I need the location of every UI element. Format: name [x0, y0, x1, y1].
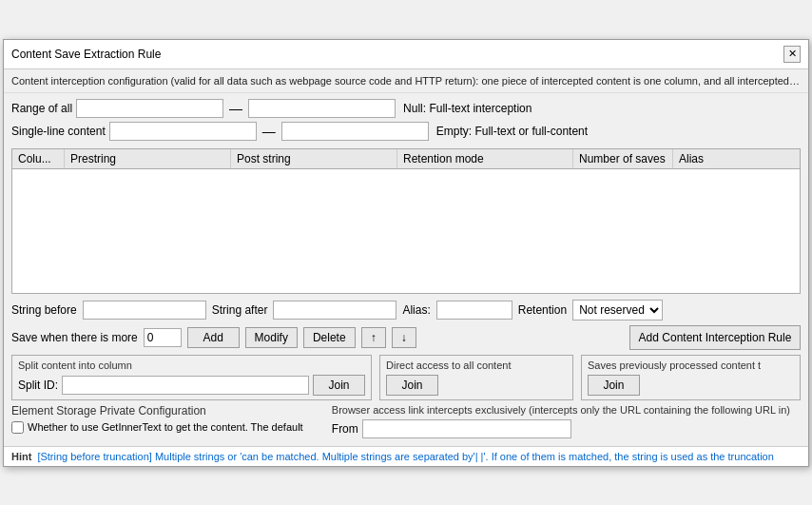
- save-when-label: Save when there is more: [11, 331, 138, 344]
- down-arrow-button[interactable]: ↓: [392, 327, 416, 348]
- table-body: [12, 169, 800, 293]
- direct-section: Direct access to all content Join: [379, 355, 573, 400]
- string-row: String before String after Alias: Retent…: [11, 300, 801, 320]
- hint-bar: Hint [String before truncation] Multiple…: [4, 446, 808, 466]
- single-input2[interactable]: [281, 122, 429, 141]
- range-input2[interactable]: [248, 99, 396, 118]
- bottom-section: String before String after Alias: Retent…: [4, 294, 808, 446]
- browser-title: Browser access link intercepts exclusive…: [332, 404, 801, 416]
- browser-section: Browser access link intercepts exclusive…: [332, 404, 801, 438]
- split-id-input[interactable]: [62, 376, 309, 395]
- col-header-ret: Retention mode: [397, 149, 573, 168]
- col-header-num: Number of saves: [573, 149, 673, 168]
- delete-button[interactable]: Delete: [303, 327, 356, 348]
- form-section: Range of all — Null: Full-text intercept…: [4, 93, 808, 148]
- direct-title: Direct access to all content: [386, 359, 567, 371]
- element-title: Element Storage Private Configuration: [11, 404, 324, 418]
- from-input[interactable]: [362, 419, 571, 438]
- retention-label: Retention: [518, 303, 567, 317]
- saves-join-button[interactable]: Join: [588, 375, 640, 396]
- range-label: Range of all: [11, 102, 72, 115]
- split-inner: Split ID: Join: [18, 375, 365, 396]
- single-input1[interactable]: [109, 122, 257, 141]
- table-header: Colu... Prestring Post string Retention …: [12, 149, 800, 169]
- alias-label: Alias:: [402, 303, 430, 317]
- range-input1[interactable]: [76, 99, 223, 118]
- add-rule-button[interactable]: Add Content Interception Rule: [629, 325, 801, 350]
- range-dash: —: [227, 101, 244, 116]
- saves-title: Saves previously processed content t: [588, 359, 794, 371]
- retention-select[interactable]: Not reserved Reserved: [572, 300, 663, 320]
- dialog: Content Save Extraction Rule ✕ Content i…: [3, 39, 809, 467]
- section-group: Split content into column Split ID: Join…: [11, 355, 801, 400]
- range-row: Range of all — Null: Full-text intercept…: [11, 99, 801, 118]
- hint-text: [String before truncation] Multiple stri…: [37, 451, 801, 462]
- saves-inner: Join: [588, 375, 794, 396]
- checkbox-label: Whether to use GetInnerText to get the c…: [28, 421, 303, 433]
- direct-inner: Join: [386, 375, 567, 396]
- hint-label: Hint: [11, 451, 31, 462]
- alias-input[interactable]: [436, 301, 512, 320]
- single-label: Single-line content: [11, 125, 106, 138]
- saves-section: Saves previously processed content t Joi…: [581, 355, 801, 400]
- data-table: Colu... Prestring Post string Retention …: [11, 148, 801, 294]
- col-header-alias: Alias: [673, 149, 800, 168]
- split-id-label: Split ID:: [18, 379, 58, 392]
- col-header-pre: Prestring: [65, 149, 231, 168]
- string-before-input[interactable]: [83, 301, 206, 320]
- modify-button[interactable]: Modify: [245, 327, 298, 348]
- description-text: Content interception configuration (vali…: [4, 69, 808, 93]
- string-after-label: String after: [212, 303, 268, 317]
- browser-inner: From: [332, 419, 801, 438]
- direct-join-button[interactable]: Join: [386, 375, 438, 396]
- col-header-post: Post string: [231, 149, 397, 168]
- from-label: From: [332, 422, 358, 436]
- dialog-title: Content Save Extraction Rule: [11, 48, 161, 61]
- checkbox-row: Whether to use GetInnerText to get the c…: [11, 421, 324, 434]
- single-row: Single-line content — Empty: Full-text o…: [11, 122, 801, 141]
- string-before-label: String before: [11, 303, 77, 317]
- col-header-colu: Colu...: [12, 149, 65, 168]
- up-arrow-button[interactable]: ↑: [361, 327, 386, 348]
- element-browser-group: Element Storage Private Configuration Wh…: [11, 404, 801, 438]
- save-when-input[interactable]: [144, 328, 182, 347]
- actions-row: Save when there is more Add Modify Delet…: [11, 325, 801, 350]
- split-title: Split content into column: [18, 359, 365, 371]
- close-button[interactable]: ✕: [783, 46, 801, 63]
- null-label: Null: Full-text interception: [403, 102, 532, 115]
- element-section: Element Storage Private Configuration Wh…: [11, 404, 324, 438]
- getinnertext-checkbox[interactable]: [11, 421, 24, 434]
- single-dash: —: [261, 124, 278, 139]
- empty-label: Empty: Full-text or full-content: [436, 125, 588, 138]
- add-button[interactable]: Add: [187, 327, 240, 348]
- split-join-button[interactable]: Join: [313, 375, 365, 396]
- string-after-input[interactable]: [273, 301, 396, 320]
- split-section: Split content into column Split ID: Join: [11, 355, 372, 400]
- title-bar: Content Save Extraction Rule ✕: [4, 40, 808, 69]
